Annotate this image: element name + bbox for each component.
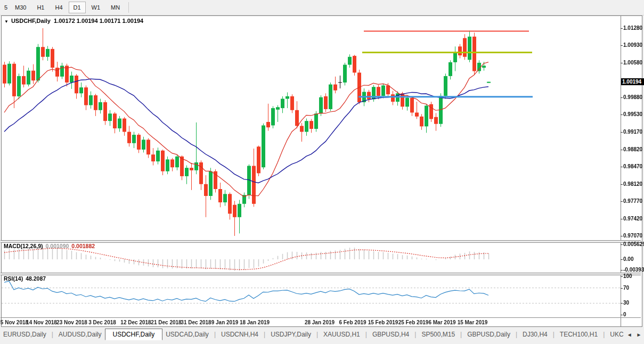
macd-name: MACD(12,26,9)	[4, 243, 43, 249]
tab-separator: |	[603, 331, 605, 338]
chart-tab-usdcnh-h4[interactable]: USDCNH,H4	[218, 329, 262, 340]
chart-tab-audusd-daily[interactable]: AUDUSD,Daily	[55, 329, 105, 340]
rsi-axis-tick: 70	[623, 285, 644, 291]
price-chart-canvas[interactable]	[0, 0, 644, 344]
macd-axis-tick: 0.00	[623, 256, 644, 262]
rsi-pane-splitter[interactable]	[1, 273, 641, 275]
time-axis-separator	[1, 317, 641, 318]
price-axis-tick: 0.98120	[623, 181, 644, 187]
chart-tab-sp500-m15[interactable]: SP500,M15	[418, 329, 458, 340]
macd-axis-tick: 0.005629	[623, 241, 644, 247]
mt4-window: 5M30H1H4D1W1MN ▼USDCHF,Daily 1.00172 1.0…	[0, 0, 644, 344]
timeframe-button-m30[interactable]: M30	[10, 2, 31, 13]
tab-separator: |	[52, 331, 53, 338]
chart-tab-tech100-h1[interactable]: TECH100,H1	[557, 329, 601, 340]
tab-separator: |	[516, 331, 517, 338]
chart-tab-eurusd-daily[interactable]: EURUSD,Daily	[0, 329, 50, 340]
tab-separator: |	[414, 331, 416, 338]
price-axis-tick: 1.00930	[623, 42, 644, 48]
rsi-axis-tick: 100	[623, 273, 644, 279]
tab-separator: |	[316, 331, 318, 338]
price-axis-tick: 0.97770	[623, 198, 644, 204]
symbol-label: USDCHF,Daily	[11, 18, 51, 24]
tab-separator: |	[460, 331, 462, 338]
chart-tab-gbpusd-h4[interactable]: GBPUSD,H4	[369, 329, 412, 340]
chart-title: ▼USDCHF,Daily 1.00172 1.00194 1.00171 1.…	[4, 18, 143, 24]
ohlc-values: 1.00172 1.00194 1.00171 1.00194	[54, 18, 143, 24]
time-axis-label: 18 Jan 2019	[232, 320, 277, 325]
chart-tab-usdchf-daily[interactable]: USDCHF,Daily	[105, 329, 163, 340]
chart-tab-dj30-h4[interactable]: DJ30,H4	[519, 329, 551, 340]
price-axis-tick: 0.99170	[623, 129, 644, 135]
current-price-tag: 1.00194	[621, 78, 644, 85]
price-axis-tick: 0.97420	[623, 216, 644, 222]
macd-axis-tick: -0.003937	[623, 267, 644, 273]
tab-scroll-left-icon[interactable]: ◄	[627, 332, 632, 338]
rsi-indicator-label: RSI(14)48.2087	[4, 275, 46, 282]
price-axis-tick: 1.00580	[623, 60, 644, 65]
price-axis-tick: 0.99880	[623, 94, 644, 100]
chart-tab-gbpusd-daily[interactable]: GBPUSD,Daily	[464, 329, 513, 340]
time-axis-label: 15 Mar 2019	[450, 320, 495, 325]
macd-signal-value: 0.001882	[71, 243, 95, 249]
price-axis-tick: 0.98470	[623, 163, 644, 169]
symbol-dropdown-icon[interactable]: ▼	[4, 19, 9, 24]
timeframe-button-mn[interactable]: MN	[106, 2, 125, 13]
tab-scroll-right-icon[interactable]: ►	[637, 332, 642, 338]
macd-indicator-label: MACD(12,26,9)0.0010900.001882	[4, 243, 95, 249]
rsi-name: RSI(14)	[4, 275, 23, 282]
tab-separator: |	[365, 331, 367, 338]
tab-separator: |	[264, 331, 265, 338]
rsi-axis-tick: 0	[623, 312, 644, 317]
price-axis-tick: 0.98820	[623, 146, 644, 152]
rsi-value: 48.2087	[26, 275, 46, 282]
chart-tab-xauusd-h1[interactable]: XAUUSD,H1	[320, 329, 363, 340]
timeframe-toolbar: 5M30H1H4D1W1MN	[0, 0, 644, 15]
price-axis-tick: 0.99530	[623, 111, 644, 117]
chart-tab-usdcad-daily[interactable]: USDCAD,Daily	[162, 329, 212, 340]
chart-tab-usdjpy-daily[interactable]: USDJPY,Daily	[267, 329, 314, 340]
tab-separator: |	[214, 331, 216, 338]
macd-pane-splitter[interactable]	[1, 240, 641, 243]
tab-separator: |	[553, 331, 555, 338]
toolbar-separator	[128, 2, 129, 13]
price-axis-tick: 0.97070	[623, 233, 644, 239]
timeframe-button-h4[interactable]: H4	[50, 2, 67, 13]
price-axis-tick: 1.01280	[623, 25, 644, 31]
timeframe-button-w1[interactable]: W1	[87, 2, 105, 13]
rsi-axis-tick: 30	[623, 300, 644, 306]
macd-main-value: 0.001090	[46, 243, 69, 249]
timeframe-button-5[interactable]: 5	[1, 2, 9, 13]
timeframe-button-h1[interactable]: H1	[32, 2, 49, 13]
chart-tab-ukc[interactable]: UKC	[607, 329, 626, 340]
chart-tab-bar: EURUSD,Daily|AUDUSD,DailyUSDCHF,DailyUSD…	[0, 327, 644, 342]
timeframe-button-d1[interactable]: D1	[69, 2, 86, 13]
window-bottom-strip	[0, 341, 644, 344]
